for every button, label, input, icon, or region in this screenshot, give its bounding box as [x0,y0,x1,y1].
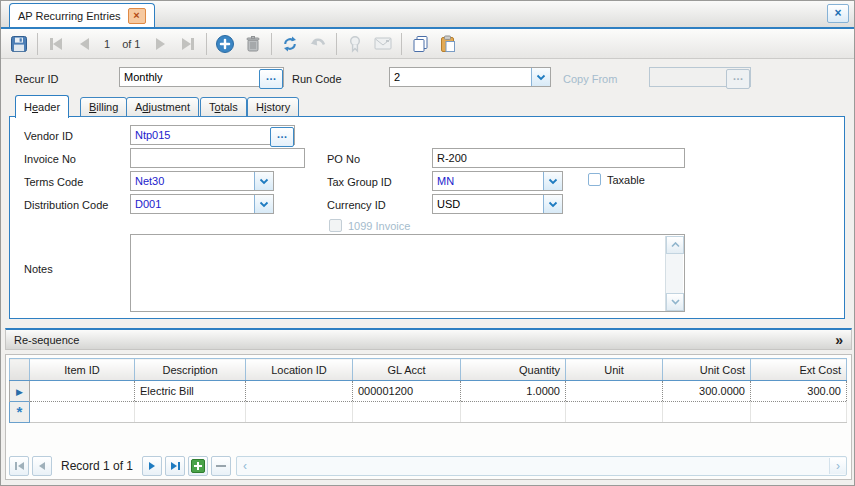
record-status: Record 1 of 1 [55,459,139,473]
tab-history[interactable]: History [247,97,299,117]
cell-quantity[interactable]: 1.0000 [461,381,566,402]
save-button[interactable] [5,31,33,57]
cell-description[interactable] [135,402,246,423]
distribution-dropdown-button[interactable] [254,195,273,213]
chevron-down-icon [536,74,546,81]
notes-scrollbar[interactable] [665,236,683,311]
grid-new-row: * [10,402,847,423]
delete-record-button[interactable] [239,31,267,57]
add-icon [215,34,235,54]
chevron-up-icon [671,242,680,248]
toolbar: 1 of 1 [1,29,854,59]
run-code-dropdown-button[interactable] [531,68,550,86]
grid-horizontal-scrollbar[interactable]: ‹ › [236,456,847,476]
current-row-icon: ▶ [16,387,23,397]
toolbar-separator [206,33,207,55]
trash-icon [245,35,261,53]
scroll-down-button[interactable] [666,293,684,311]
cell-location-id[interactable] [246,381,353,402]
cell-gl-acct[interactable] [353,402,461,423]
undo-button [304,31,332,57]
grid-add-row-button[interactable] [188,456,208,476]
tab-adjustment[interactable]: Adjustment [126,97,199,117]
currency-id-select[interactable] [432,194,563,214]
plus-icon [191,459,205,473]
attachment-button [341,31,369,57]
terms-code-label: Terms Code [24,176,83,188]
cell-ext-cost[interactable] [751,402,847,423]
scroll-up-button[interactable] [666,236,684,254]
po-no-input[interactable] [432,148,685,168]
paste-icon [440,35,456,53]
email-icon [374,37,392,50]
scroll-left-button[interactable]: ‹ [237,458,253,474]
run-code-value[interactable] [390,68,531,86]
vendor-id-label: Vendor ID [24,130,73,142]
recur-id-input[interactable] [120,68,259,86]
grid-data-row: ▶ Electric Bill 000001200 1.0000 300.000… [10,381,847,402]
tax-group-id-select[interactable] [432,171,563,191]
cell-unit-cost[interactable]: 300.0000 [663,381,751,402]
close-button[interactable]: × [827,4,849,23]
recur-id-lookup-button[interactable]: … [259,69,283,89]
vendor-id-input[interactable] [131,126,270,144]
cell-location-id[interactable] [246,402,353,423]
taxable-checkbox[interactable] [588,173,601,186]
copy-button[interactable] [406,31,434,57]
refresh-button[interactable] [276,31,304,57]
run-code-label: Run Code [292,73,342,85]
row-selector-current[interactable]: ▶ [10,381,30,402]
line-items-grid-container: Item ID Description Location ID GL Acct … [5,354,852,480]
undo-icon [309,36,327,51]
minus-icon [216,465,226,467]
grid-last-record-button[interactable] [165,456,185,476]
notes-textarea[interactable] [131,235,667,311]
cell-quantity[interactable] [461,402,566,423]
last-record-icon [182,38,191,50]
invoice-1099-label: 1099 Invoice [348,220,410,232]
tab-billing[interactable]: Billing [80,97,127,117]
distribution-code-select[interactable] [130,194,274,214]
currency-dropdown-button[interactable] [543,195,562,213]
cell-item-id[interactable] [30,381,135,402]
expand-icon[interactable]: » [835,335,843,345]
copy-from-label: Copy From [563,73,617,85]
previous-record-button [70,31,98,57]
tax-group-dropdown-button[interactable] [543,172,562,190]
currency-id-value[interactable] [433,195,543,213]
vendor-id-field-wrap: … [130,125,295,145]
tab-header[interactable]: Header [15,95,69,118]
paste-button[interactable] [434,31,462,57]
resequence-title: Re-sequence [14,334,79,346]
next-record-icon [156,38,165,50]
invoice-no-input[interactable] [130,148,305,168]
tab-totals[interactable]: Totals [200,97,247,117]
terms-code-select[interactable] [130,171,274,191]
distribution-code-label: Distribution Code [24,199,108,211]
tab-close-icon[interactable]: × [128,8,146,24]
terms-code-value[interactable] [131,172,254,190]
toolbar-separator [401,33,402,55]
cell-unit-cost[interactable] [663,402,751,423]
distribution-code-value[interactable] [131,195,254,213]
grid-next-record-button[interactable] [142,456,162,476]
cell-unit[interactable] [566,381,663,402]
tax-group-id-value[interactable] [433,172,543,190]
cell-gl-acct[interactable]: 000001200 [353,381,461,402]
grid-delete-row-button[interactable] [211,456,231,476]
cell-description[interactable]: Electric Bill [135,381,246,402]
terms-code-dropdown-button[interactable] [254,172,273,190]
cell-ext-cost[interactable]: 300.00 [751,381,847,402]
cell-item-id[interactable] [30,402,135,423]
scroll-right-button[interactable]: › [829,458,846,474]
document-tab[interactable]: AP Recurring Entries × [9,3,155,27]
column-header-unit: Unit [566,359,663,381]
grid-first-record-button [9,456,29,476]
run-code-select[interactable] [389,67,551,87]
add-record-button[interactable] [211,31,239,57]
copy-from-lookup-button: … [726,69,750,89]
row-selector-new[interactable]: * [10,402,30,423]
notes-field-wrap [130,234,685,312]
vendor-id-lookup-button[interactable]: … [270,127,294,147]
cell-unit[interactable] [566,402,663,423]
